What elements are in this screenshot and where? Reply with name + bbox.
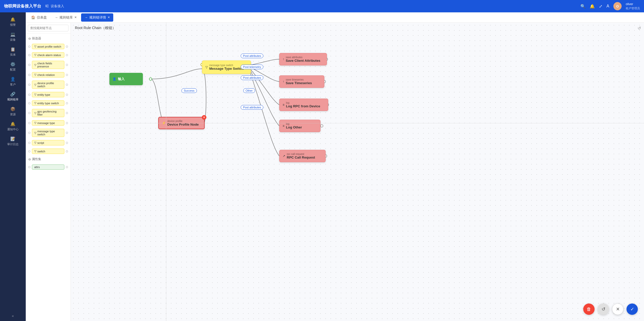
tab-rule-chain[interactable]: → 规则链库 ✕ — [51, 13, 80, 22]
svg-point-3 — [320, 125, 323, 127]
rpc-call-icon: ↗ — [283, 154, 285, 158]
sidebar-item-customer[interactable]: 👤 客户 — [0, 74, 26, 89]
tab-rule-detail-label: 规则链详情 — [89, 15, 106, 20]
filter-icon: ▽ — [34, 111, 36, 115]
section-filter-header[interactable]: ⊖ 筛选器 — [26, 35, 71, 42]
sidebar-item-rule[interactable]: 🔗 规则链库 — [0, 89, 26, 104]
edge-label-post-attrs-3[interactable]: Post attributes — [241, 105, 263, 110]
list-item[interactable]: ▽ check relation — [26, 71, 71, 79]
sidebar-item-notify[interactable]: 🔔 通知中心 — [0, 119, 26, 134]
right-connector — [66, 84, 68, 86]
flow-node-log-rpc[interactable]: ≡ log Log RPC from Device — [279, 99, 328, 111]
expand-icon[interactable]: ⤢ — [599, 4, 602, 9]
node-pill-entity-type-switch[interactable]: ▽ entity type switch — [32, 100, 64, 106]
canvas-area[interactable]: Root Rule Chain（根链） — [71, 23, 644, 321]
translate-icon[interactable]: A — [606, 4, 609, 8]
edge-label-post-attrs-1[interactable]: Post attributes — [241, 54, 263, 58]
flow-node-log-other[interactable]: ≡ log Log Other — [279, 120, 320, 132]
breadcrumb: 昭 设备接入 — [45, 4, 64, 8]
filter-icon: ▽ — [34, 83, 36, 86]
delete-button[interactable]: 🗑 — [583, 303, 595, 315]
list-item[interactable]: ▽ entity type — [26, 90, 71, 99]
sidebar-item-device[interactable]: 💻 设备 — [0, 29, 26, 44]
list-item[interactable]: ▽ script — [26, 138, 71, 147]
node-pill-asset-profile-switch[interactable]: ▽ asset profile switch — [32, 44, 64, 49]
undo-button[interactable]: ↺ — [598, 303, 609, 315]
list-item[interactable]: ▽ message type — [26, 119, 71, 127]
tab-rule-chain-label: 规则链库 — [59, 15, 73, 20]
node-dot — [28, 142, 30, 144]
app-brand: 物联网设备接入平台 — [4, 4, 41, 9]
edge-label-post-telemetry[interactable]: Post telemetry — [241, 65, 263, 69]
section-attributes-header[interactable]: ⊖ 属性集 — [26, 155, 71, 163]
tab-dashboard[interactable]: 🏠 仪表盘 — [28, 13, 50, 22]
sidebar-item-alarm[interactable]: 🔔 报警 — [0, 14, 26, 29]
avatar[interactable]: O — [613, 2, 622, 10]
edge-label-success[interactable]: Success — [181, 88, 197, 93]
rule-chain-icon: → — [55, 15, 58, 19]
list-item[interactable]: ▽ check fields presence — [26, 59, 71, 71]
save-ts-type: save timeseries — [286, 78, 312, 81]
sidebar-collapse[interactable]: « — [12, 314, 14, 318]
list-item[interactable]: ▽ check alarm status — [26, 51, 71, 59]
sidebar-item-resource[interactable]: 📦 资源 — [0, 104, 26, 119]
node-pill-message-type[interactable]: ▽ message type — [32, 120, 64, 126]
sidebar-item-config[interactable]: ⚙️ 配置 — [0, 59, 26, 74]
node-dot — [28, 102, 30, 104]
filter-icon: ▽ — [34, 121, 36, 125]
list-item[interactable]: ▽ switch — [26, 147, 71, 155]
right-connector — [66, 142, 68, 144]
flow-node-save-timeseries[interactable]: ↑ save timeseries Save Timeseries — [279, 75, 324, 88]
node-pill-switch[interactable]: ▽ switch — [32, 149, 64, 154]
cancel-button[interactable]: ✕ — [612, 303, 623, 315]
sidebar-item-entity[interactable]: 📋 实体 — [0, 44, 26, 59]
tab-rule-detail-close[interactable]: ✕ — [108, 16, 110, 19]
list-item-attrs[interactable]: attrs — [26, 163, 71, 171]
filter-icon: ▽ — [34, 131, 36, 135]
list-item[interactable]: ▽ entity type switch — [26, 99, 71, 107]
node-dot — [28, 150, 30, 152]
search-input[interactable] — [28, 25, 68, 31]
node-pill-device-profile-switch[interactable]: ▽ device profile switch — [32, 81, 64, 89]
tab-rule-chain-close[interactable]: ✕ — [74, 16, 77, 19]
flow-node-rpc-call[interactable]: ↗ rpc call request RPC Call Request — [279, 150, 326, 162]
node-pill-gps-filter[interactable]: ▽ gps geofencing filter — [32, 109, 64, 117]
node-pill-message-type-switch[interactable]: ▽ message type switch — [32, 129, 64, 137]
tab-rule-detail[interactable]: → 规则链详情 ✕ — [81, 13, 113, 22]
flow-node-save-attributes[interactable]: ↑ save attributes Save Client Attributes — [279, 53, 327, 65]
node-pill-attrs[interactable]: attrs — [32, 164, 64, 170]
list-item[interactable]: ▽ asset profile switch — [26, 42, 71, 51]
edge-label-other[interactable]: Other — [243, 88, 255, 93]
node-pill-check-relation[interactable]: ▽ check relation — [32, 72, 64, 77]
right-connector — [66, 150, 68, 152]
search-box — [26, 23, 71, 34]
canvas-top-right: ↺ — [638, 26, 641, 31]
node-pill-check-alarm[interactable]: ▽ check alarm status — [32, 52, 64, 58]
list-item[interactable]: ▽ gps geofencing filter — [26, 107, 71, 119]
edge-label-post-attrs-2[interactable]: Post attributes — [241, 75, 263, 80]
list-item[interactable]: ▽ device profile switch — [26, 79, 71, 90]
sidebar-label-audit: 审计日志 — [7, 142, 19, 146]
list-item[interactable]: ▽ message type switch — [26, 127, 71, 138]
search-icon[interactable]: 🔍 — [580, 4, 586, 9]
notify-icon: 🔔 — [10, 122, 15, 126]
device-profile-type: device profile — [167, 120, 199, 123]
canvas-title: Root Rule Chain（根链） — [75, 26, 116, 30]
filter-icon: ▽ — [34, 101, 36, 105]
node-pill-entity-type[interactable]: ▽ entity type — [32, 92, 64, 97]
flow-node-input[interactable]: 👤 输入 — [109, 73, 143, 85]
user-info: oliver 租户管理员 — [626, 2, 640, 10]
right-connector — [66, 166, 68, 168]
filter-icon: ▽ — [34, 73, 36, 76]
sidebar: 🔔 报警 💻 设备 📋 实体 ⚙️ 配置 👤 客户 🔗 规则链库 📦 资源 🔔 — [0, 12, 26, 321]
sidebar-item-audit[interactable]: 📝 审计日志 — [0, 134, 26, 149]
confirm-button[interactable]: ✓ — [626, 303, 638, 315]
filter-icon: ▽ — [34, 63, 36, 67]
bell-icon[interactable]: 🔔 — [590, 4, 595, 9]
node-pill-script[interactable]: ▽ script — [32, 140, 64, 145]
delete-node-btn[interactable]: ✕ — [202, 115, 206, 120]
input-node-name: 输入 — [118, 77, 125, 81]
filter-icon: ▽ — [34, 93, 36, 96]
refresh-icon[interactable]: ↺ — [638, 26, 641, 31]
node-pill-check-fields[interactable]: ▽ check fields presence — [32, 61, 64, 69]
